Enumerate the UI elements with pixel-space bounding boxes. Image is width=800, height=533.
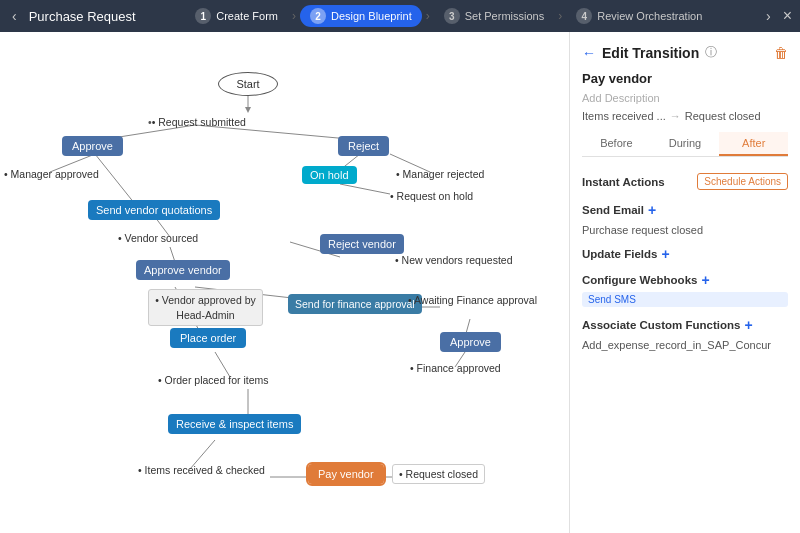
flow-arrow-icon: → — [670, 110, 681, 122]
instant-actions-label: Instant Actions — [582, 176, 665, 188]
start-node[interactable]: Start — [218, 72, 278, 96]
top-bar: ‹ Purchase Request 1 Create Form › 2 Des… — [0, 0, 800, 32]
send-vendor-node[interactable]: Send vendor quotations — [88, 200, 220, 220]
approve2-node[interactable]: Approve — [440, 332, 501, 352]
main-layout: Start • Request submitted Approve Reject… — [0, 32, 800, 533]
schedule-actions-button[interactable]: Schedule Actions — [697, 173, 788, 190]
update-fields-label: Update Fields — [582, 248, 657, 260]
label-vendor-sourced: • Vendor sourced — [118, 232, 198, 244]
approve2-label: Approve — [450, 336, 491, 348]
label-awaiting-finance: • Awaiting Finance approval — [408, 294, 537, 306]
panel-delete-button[interactable]: 🗑 — [774, 45, 788, 61]
configure-webhooks-label: Configure Webhooks — [582, 274, 697, 286]
update-fields-add-button[interactable]: + — [661, 246, 669, 262]
tab-during[interactable]: During — [651, 132, 720, 156]
step-sep-2: › — [426, 9, 430, 23]
label-vendor-approved: • Vendor approved byHead-Admin — [148, 289, 263, 326]
send-finance-label: Send for finance approval — [295, 298, 415, 310]
step-4-num: 4 — [576, 8, 592, 24]
nav-prev-button[interactable]: ‹ — [8, 8, 21, 24]
approve-node[interactable]: Approve — [62, 136, 123, 156]
step-1-label: Create Form — [216, 10, 278, 22]
transition-name: Pay vendor — [582, 71, 788, 86]
custom-function-value: Add_expense_record_in_SAP_Concur — [582, 337, 788, 353]
send-email-row: Send Email + — [582, 202, 788, 218]
approve-vendor-node[interactable]: Approve vendor — [136, 260, 230, 280]
flow-from: Items received ... — [582, 110, 666, 122]
on-hold-label: On hold — [310, 169, 349, 181]
reject-vendor-label: Reject vendor — [328, 238, 396, 250]
receive-inspect-label: Receive & inspect items — [176, 418, 293, 430]
app-title: Purchase Request — [29, 9, 136, 24]
flow-to: Request closed — [685, 110, 761, 122]
label-request-closed: • Request closed — [392, 464, 485, 484]
place-order-node[interactable]: Place order — [170, 328, 246, 348]
update-fields-row: Update Fields + — [582, 246, 788, 262]
label-request-submitted: • Request submitted — [148, 116, 246, 128]
label-manager-approved: • Manager approved — [4, 168, 99, 180]
step-2-button[interactable]: 2 Design Blueprint — [300, 5, 422, 27]
label-items-received: • Items received & checked — [138, 464, 265, 476]
step-4-button[interactable]: 4 Review Orchestration — [566, 5, 712, 27]
pay-vendor-node[interactable]: Pay vendor — [308, 464, 384, 484]
panel-title: Edit Transition — [602, 45, 699, 61]
flow-canvas[interactable]: Start • Request submitted Approve Reject… — [0, 32, 570, 533]
label-finance-approved: • Finance approved — [410, 362, 501, 374]
right-panel: ← Edit Transition ⓘ 🗑 Pay vendor Add Des… — [570, 32, 800, 533]
step-2-label: Design Blueprint — [331, 10, 412, 22]
step-3-button[interactable]: 3 Set Permissions — [434, 5, 554, 27]
custom-functions-label: Associate Custom Functions — [582, 319, 740, 331]
svg-line-6 — [340, 184, 390, 194]
configure-webhooks-row: Configure Webhooks + — [582, 272, 788, 288]
reject-vendor-node[interactable]: Reject vendor — [320, 234, 404, 254]
step-2-num: 2 — [310, 8, 326, 24]
label-manager-rejected: • Manager rejected — [396, 168, 484, 180]
step-sep-3: › — [558, 9, 562, 23]
flow-path: Items received ... → Request closed — [582, 110, 788, 122]
approve-label: Approve — [72, 140, 113, 152]
pay-vendor-label: Pay vendor — [318, 468, 374, 480]
configure-webhooks-add-button[interactable]: + — [701, 272, 709, 288]
receive-inspect-node[interactable]: Receive & inspect items — [168, 414, 301, 434]
step-3-label: Set Permissions — [465, 10, 544, 22]
step-1-button[interactable]: 1 Create Form — [185, 5, 288, 27]
start-label: Start — [236, 78, 259, 90]
reject-label: Reject — [348, 140, 379, 152]
custom-functions-row: Associate Custom Functions + — [582, 317, 788, 333]
step-3-num: 3 — [444, 8, 460, 24]
label-request-on-hold: • Request on hold — [390, 190, 473, 202]
on-hold-node[interactable]: On hold — [302, 166, 357, 184]
transition-tabs: Before During After — [582, 132, 788, 157]
svg-line-7 — [95, 154, 135, 204]
flow-svg — [0, 32, 569, 533]
send-email-value: Purchase request closed — [582, 222, 788, 238]
send-email-label: Send Email — [582, 204, 644, 216]
add-description[interactable]: Add Description — [582, 92, 788, 104]
panel-info-button[interactable]: ⓘ — [705, 44, 717, 61]
approve-vendor-label: Approve vendor — [144, 264, 222, 276]
send-email-add-button[interactable]: + — [648, 202, 656, 218]
nav-next-button[interactable]: › — [762, 8, 775, 24]
send-vendor-label: Send vendor quotations — [96, 204, 212, 216]
step-1-num: 1 — [195, 8, 211, 24]
tab-after[interactable]: After — [719, 132, 788, 156]
step-nav: 1 Create Form › 2 Design Blueprint › 3 S… — [144, 5, 754, 27]
tab-before[interactable]: Before — [582, 132, 651, 156]
step-4-label: Review Orchestration — [597, 10, 702, 22]
step-sep-1: › — [292, 9, 296, 23]
place-order-label: Place order — [180, 332, 236, 344]
custom-functions-add-button[interactable]: + — [744, 317, 752, 333]
instant-actions-row: Instant Actions Schedule Actions — [582, 173, 788, 190]
label-new-vendors: • New vendors requested — [395, 254, 513, 266]
send-finance-node[interactable]: Send for finance approval — [288, 294, 422, 314]
label-order-placed: • Order placed for items — [158, 374, 268, 386]
panel-back-button[interactable]: ← — [582, 45, 596, 61]
panel-header: ← Edit Transition ⓘ 🗑 — [582, 44, 788, 61]
reject-node[interactable]: Reject — [338, 136, 389, 156]
webhook-value: Send SMS — [582, 292, 788, 307]
close-button[interactable]: × — [783, 7, 792, 25]
